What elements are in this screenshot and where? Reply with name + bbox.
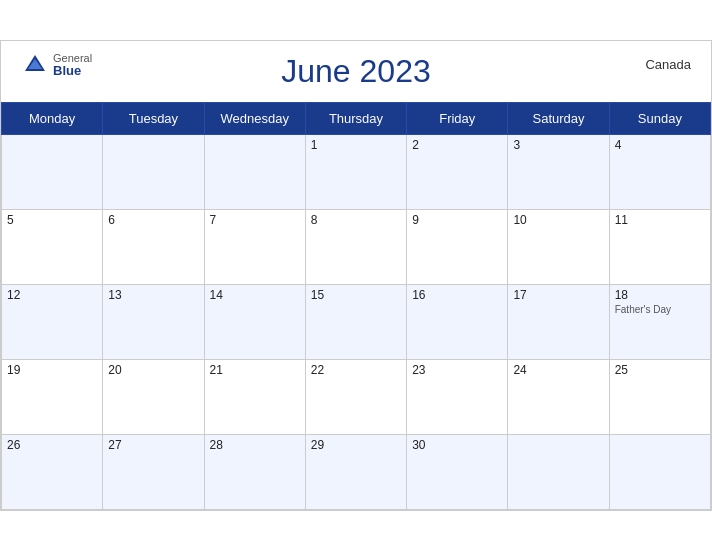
holiday-label: Father's Day: [615, 304, 705, 315]
calendar-cell: 14: [204, 284, 305, 359]
calendar-cell: 12: [2, 284, 103, 359]
calendar-cell: 10: [508, 209, 609, 284]
logo: General Blue: [21, 51, 92, 79]
week-row-1: 1234: [2, 134, 711, 209]
day-number: 23: [412, 363, 502, 377]
calendar-cell: 6: [103, 209, 204, 284]
logo-general: General: [53, 53, 92, 64]
header-saturday: Saturday: [508, 102, 609, 134]
day-number: 2: [412, 138, 502, 152]
calendar-cell: 30: [407, 434, 508, 509]
day-number: 26: [7, 438, 97, 452]
calendar-cell: 27: [103, 434, 204, 509]
week-row-4: 19202122232425: [2, 359, 711, 434]
header-wednesday: Wednesday: [204, 102, 305, 134]
header-friday: Friday: [407, 102, 508, 134]
calendar-cell: 29: [305, 434, 406, 509]
calendar-cell: 17: [508, 284, 609, 359]
calendar-cell: 4: [609, 134, 710, 209]
calendar-cell: [508, 434, 609, 509]
day-number: 14: [210, 288, 300, 302]
calendar-cell: 25: [609, 359, 710, 434]
day-number: 6: [108, 213, 198, 227]
day-number: 4: [615, 138, 705, 152]
day-number: 29: [311, 438, 401, 452]
header-monday: Monday: [2, 102, 103, 134]
day-number: 19: [7, 363, 97, 377]
calendar-cell: [103, 134, 204, 209]
logo-blue: Blue: [53, 64, 92, 77]
calendar-cell: 11: [609, 209, 710, 284]
country-label: Canada: [645, 57, 691, 72]
calendar-cell: 26: [2, 434, 103, 509]
calendar-cell: 15: [305, 284, 406, 359]
calendar-table: Monday Tuesday Wednesday Thursday Friday…: [1, 102, 711, 510]
calendar-cell: 23: [407, 359, 508, 434]
calendar-cell: 28: [204, 434, 305, 509]
day-number: 3: [513, 138, 603, 152]
calendar-cell: 21: [204, 359, 305, 434]
day-number: 10: [513, 213, 603, 227]
day-number: 24: [513, 363, 603, 377]
logo-text: General Blue: [53, 53, 92, 77]
calendar-cell: [204, 134, 305, 209]
calendar-cell: 8: [305, 209, 406, 284]
day-number: 8: [311, 213, 401, 227]
header-tuesday: Tuesday: [103, 102, 204, 134]
header-thursday: Thursday: [305, 102, 406, 134]
logo-icon: [21, 51, 49, 79]
calendar-cell: [609, 434, 710, 509]
day-number: 12: [7, 288, 97, 302]
day-number: 30: [412, 438, 502, 452]
day-number: 22: [311, 363, 401, 377]
calendar-cell: 7: [204, 209, 305, 284]
calendar-cell: [2, 134, 103, 209]
day-number: 1: [311, 138, 401, 152]
calendar-header: General Blue June 2023 Canada: [1, 41, 711, 102]
calendar-cell: 16: [407, 284, 508, 359]
day-number: 21: [210, 363, 300, 377]
calendar-cell: 9: [407, 209, 508, 284]
day-number: 16: [412, 288, 502, 302]
calendar-cell: 22: [305, 359, 406, 434]
calendar-cell: 13: [103, 284, 204, 359]
day-number: 27: [108, 438, 198, 452]
calendar-cell: 20: [103, 359, 204, 434]
calendar-cell: 5: [2, 209, 103, 284]
day-number: 15: [311, 288, 401, 302]
calendar-cell: 1: [305, 134, 406, 209]
day-number: 9: [412, 213, 502, 227]
calendar-cell: 19: [2, 359, 103, 434]
day-number: 18: [615, 288, 705, 302]
day-number: 11: [615, 213, 705, 227]
calendar-cell: 3: [508, 134, 609, 209]
calendar-cell: 24: [508, 359, 609, 434]
calendar-cell: 18Father's Day: [609, 284, 710, 359]
day-number: 13: [108, 288, 198, 302]
weekday-header-row: Monday Tuesday Wednesday Thursday Friday…: [2, 102, 711, 134]
day-number: 20: [108, 363, 198, 377]
week-row-3: 12131415161718Father's Day: [2, 284, 711, 359]
calendar-cell: 2: [407, 134, 508, 209]
day-number: 28: [210, 438, 300, 452]
day-number: 25: [615, 363, 705, 377]
calendar-title: June 2023: [281, 53, 430, 90]
calendar: General Blue June 2023 Canada Monday Tue…: [0, 40, 712, 511]
header-sunday: Sunday: [609, 102, 710, 134]
day-number: 7: [210, 213, 300, 227]
week-row-5: 2627282930: [2, 434, 711, 509]
week-row-2: 567891011: [2, 209, 711, 284]
day-number: 17: [513, 288, 603, 302]
day-number: 5: [7, 213, 97, 227]
